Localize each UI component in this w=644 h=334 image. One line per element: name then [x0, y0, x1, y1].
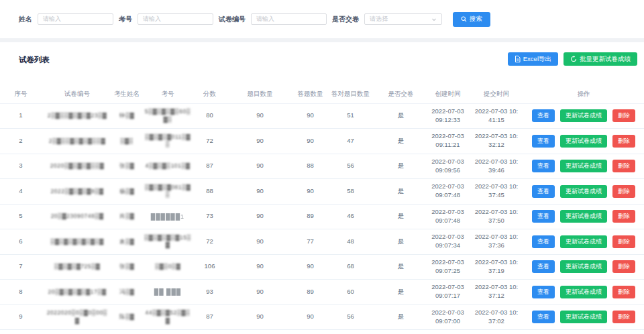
- row-actions: 查看 更新试卷成绩 删除: [527, 135, 641, 148]
- cell-paper-no: 2▒▓▒▒▓▒▓▒▓23▒▓: [42, 103, 113, 129]
- view-button[interactable]: 查看: [532, 135, 555, 148]
- cell-correct-count: 60: [325, 280, 376, 305]
- update-score-button[interactable]: 更新试卷成绩: [560, 260, 607, 273]
- name-input-placeholder: 请输入: [43, 15, 61, 23]
- exam-id-field-group: 考号 请输入: [119, 13, 213, 25]
- search-icon: [461, 16, 467, 22]
- view-button[interactable]: 查看: [532, 210, 555, 223]
- cell-score: 72: [195, 129, 225, 154]
- col-header-score: 分数: [195, 85, 225, 103]
- update-score-button[interactable]: 更新试卷成绩: [560, 160, 607, 172]
- cell-created-time: 2022-07-03 09:09:56: [426, 154, 470, 179]
- cell-score: 87: [195, 154, 225, 179]
- submitted-select[interactable]: 请选择: [364, 13, 442, 25]
- view-button[interactable]: 查看: [532, 109, 555, 122]
- cell-score: 93: [195, 280, 225, 305]
- view-button[interactable]: 查看: [532, 311, 555, 323]
- cell-index: 1: [0, 103, 42, 129]
- update-score-button[interactable]: 更新试卷成绩: [560, 109, 607, 122]
- excel-export-button[interactable]: Excel导出: [508, 52, 558, 66]
- cell-exam-id: 44▒▓▒▓52▒▓▒▓: [141, 304, 195, 330]
- cell-submitted: 是: [376, 254, 426, 280]
- cell-student-name: 肖▒▓: [113, 204, 141, 229]
- delete-button[interactable]: 删除: [612, 160, 635, 172]
- cell-student-name: 杨▒▓: [113, 179, 141, 205]
- paper-no-field-label: 试卷编号: [219, 15, 246, 24]
- col-header-correct-count: 答对题目数量: [325, 85, 376, 103]
- cell-submit-time: 2022-07-03 10:32:12: [470, 129, 523, 154]
- cell-submitted: 是: [376, 179, 426, 205]
- view-button[interactable]: 查看: [532, 160, 555, 172]
- cell-question-count: 90: [225, 280, 295, 305]
- cell-exam-id: 4▒▓▒▓▒101▒▓: [141, 154, 195, 179]
- cell-actions: 查看 更新试卷成绩 删除: [523, 304, 644, 330]
- col-header-answered-count: 答题数量: [295, 85, 325, 103]
- row-actions: 查看 更新试卷成绩 删除: [527, 235, 641, 248]
- delete-button[interactable]: 删除: [612, 135, 635, 148]
- cell-student-name: 陈▒▓: [113, 304, 141, 330]
- paper-no-input[interactable]: 请输入: [251, 13, 327, 25]
- cell-paper-no: ▒▓▒▓▒▓▒▓▒▓▒▓: [42, 229, 113, 255]
- delete-button[interactable]: 删除: [612, 109, 635, 122]
- delete-button[interactable]: 删除: [612, 185, 635, 198]
- cell-exam-id: ▒▓▒▓▒▓▒▓15▒▓: [141, 229, 195, 255]
- chevron-down-icon: [431, 17, 437, 22]
- cell-answered-count: 90: [295, 254, 325, 280]
- cell-index: 2: [0, 129, 42, 154]
- cell-correct-count: 56: [325, 304, 376, 330]
- delete-button[interactable]: 删除: [612, 210, 635, 223]
- cell-student-name: 冯▒▓: [113, 280, 141, 305]
- cell-paper-no: 2▒▓▒▒▓▒▓▒▓▒▒▓: [42, 129, 113, 154]
- cell-correct-count: 51: [325, 103, 376, 129]
- cell-created-time: 2022-07-03 09:07:48: [426, 179, 470, 205]
- search-button-label: 搜索: [470, 15, 482, 23]
- page-title: 试卷列表: [19, 56, 50, 64]
- cell-created-time: 2022-07-03 09:07:17: [426, 280, 470, 305]
- update-score-button[interactable]: 更新试卷成绩: [560, 135, 607, 148]
- delete-button[interactable]: 删除: [612, 235, 635, 248]
- delete-button[interactable]: 删除: [612, 260, 635, 273]
- row-actions: 查看 更新试卷成绩 删除: [527, 260, 641, 273]
- cell-actions: 查看 更新试卷成绩 删除: [523, 179, 644, 205]
- cell-answered-count: 90: [295, 129, 325, 154]
- delete-button[interactable]: 删除: [612, 286, 635, 298]
- cell-exam-id: ██ ███: [141, 280, 195, 305]
- view-button[interactable]: 查看: [532, 260, 555, 273]
- update-score-button[interactable]: 更新试卷成绩: [560, 286, 607, 298]
- batch-update-button[interactable]: 批量更新试卷成绩: [564, 52, 637, 66]
- excel-export-label: Excel导出: [523, 55, 551, 64]
- col-header-paper-no: 试卷编号: [42, 85, 113, 103]
- cell-actions: 查看 更新试卷成绩 删除: [523, 204, 644, 229]
- delete-button[interactable]: 删除: [612, 311, 635, 323]
- batch-update-label: 批量更新试卷成绩: [580, 55, 631, 64]
- submitted-select-placeholder: 请选择: [370, 15, 388, 23]
- cell-score: 73: [195, 204, 225, 229]
- update-score-button[interactable]: 更新试卷成绩: [560, 185, 607, 198]
- view-button[interactable]: 查看: [532, 185, 555, 198]
- cell-correct-count: 56: [325, 154, 376, 179]
- cell-created-time: 2022-07-03 09:07:48: [426, 204, 470, 229]
- cell-submitted: 是: [376, 204, 426, 229]
- col-header-question-count: 题目数量: [225, 85, 295, 103]
- col-header-exam-id: 考号: [141, 85, 195, 103]
- exam-id-input[interactable]: 请输入: [138, 13, 213, 25]
- cell-submit-time: 2022-07-03 10:41:15: [470, 103, 523, 129]
- update-score-button[interactable]: 更新试卷成绩: [560, 210, 607, 223]
- cell-submitted: 是: [376, 154, 426, 179]
- row-actions: 查看 更新试卷成绩 删除: [527, 311, 641, 323]
- name-field-label: 姓名: [19, 15, 32, 24]
- cell-index: 4: [0, 179, 42, 205]
- update-score-button[interactable]: 更新试卷成绩: [560, 311, 607, 323]
- view-button[interactable]: 查看: [532, 235, 555, 248]
- view-button[interactable]: 查看: [532, 286, 555, 298]
- cell-submit-time: 2022-07-03 10:37:19: [470, 254, 523, 280]
- cell-submitted: 是: [376, 280, 426, 305]
- name-input[interactable]: 请输入: [38, 13, 113, 25]
- cell-student-name: 钟▒▓: [113, 103, 141, 129]
- update-score-button[interactable]: 更新试卷成绩: [560, 235, 607, 248]
- cell-student-name: 张▒▓: [113, 254, 141, 280]
- search-form: 姓名 请输入 考号 请输入 试卷编号 请输入 是否交卷 请选择 搜索: [0, 0, 644, 38]
- search-button[interactable]: 搜索: [453, 12, 490, 27]
- cell-score: 87: [195, 304, 225, 330]
- row-actions: 查看 更新试卷成绩 删除: [527, 286, 641, 298]
